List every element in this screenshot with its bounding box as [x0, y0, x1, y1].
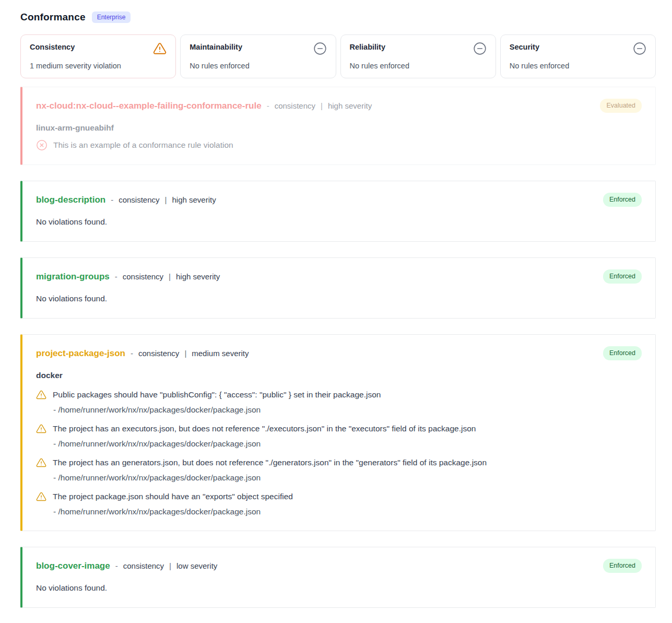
violation-message: Public packages should have "publishConf… — [53, 389, 381, 400]
violation-message: This is an example of a conformance rule… — [53, 140, 233, 150]
dash-separator: - — [267, 101, 269, 110]
rule-severity: high severity — [172, 195, 216, 204]
rule-name-link[interactable]: blog-description — [36, 194, 105, 206]
rule-severity: low severity — [176, 561, 217, 570]
violation-item: Public packages should have "publishConf… — [36, 389, 642, 415]
summary-card-status: No rules enforced — [350, 62, 487, 70]
summary-card-title: Consistency — [30, 43, 75, 51]
status-badge: Enforced — [603, 559, 642, 573]
pipe-separator: | — [165, 195, 167, 204]
pipe-separator: | — [321, 101, 323, 110]
rule-name-link[interactable]: migration-groups — [36, 271, 110, 283]
enterprise-badge: Enterprise — [92, 11, 131, 23]
warning-triangle-icon — [36, 457, 46, 468]
violation-path: - /home/runner/work/nx/nx/packages/docke… — [53, 438, 642, 449]
circle-x-icon — [36, 139, 48, 151]
dash-separator: - — [131, 349, 133, 358]
warning-triangle-icon — [36, 390, 46, 400]
no-violations-text: No violations found. — [36, 582, 642, 594]
violation-message: The project has an generators.json, but … — [53, 457, 487, 468]
rule-severity: medium severity — [192, 349, 249, 358]
violation-item: The project has an executors.json, but d… — [36, 423, 642, 449]
circle-minus-icon — [633, 42, 646, 55]
circle-minus-icon — [473, 42, 487, 55]
rule-card-project-package-json: project-package-json - consistency | med… — [20, 334, 656, 531]
violation-item: The project has an generators.json, but … — [36, 457, 642, 483]
project-name: docker — [36, 370, 642, 381]
summary-card-status: 1 medium severity violation — [30, 62, 167, 70]
summary-card-title: Security — [510, 43, 539, 51]
rule-card-blog-description: blog-description - consistency | high se… — [20, 181, 656, 242]
rule-category: consistency — [275, 101, 315, 110]
summary-card-consistency: Consistency 1 medium severity violation — [20, 34, 176, 78]
summary-card-title: Reliability — [350, 43, 386, 51]
rule-category: consistency — [138, 349, 179, 358]
page-header: Conformance Enterprise — [20, 11, 656, 23]
summary-card-status: No rules enforced — [510, 62, 646, 70]
rule-name-link[interactable]: nx-cloud:nx-cloud--example-failing-confo… — [36, 100, 262, 112]
summary-card-title: Maintainability — [190, 43, 242, 51]
summary-card-status: No rules enforced — [190, 62, 326, 70]
rule-card-example-failing: nx-cloud:nx-cloud--example-failing-confo… — [20, 87, 656, 165]
rule-card-blog-cover-image: blog-cover-image - consistency | low sev… — [20, 547, 656, 608]
rule-name-link[interactable]: project-package-json — [36, 347, 125, 360]
violation-message: The project package.json should have an … — [53, 491, 293, 502]
pipe-separator: | — [184, 349, 186, 358]
violation-message: The project has an executors.json, but d… — [53, 423, 476, 434]
pipe-separator: | — [169, 561, 171, 570]
rule-card-migration-groups: migration-groups - consistency | high se… — [20, 257, 656, 319]
violation-path: - /home/runner/work/nx/nx/packages/docke… — [53, 506, 642, 517]
violation-item: The project package.json should have an … — [36, 491, 642, 517]
no-violations-text: No violations found. — [36, 216, 642, 228]
status-badge: Evaluated — [600, 99, 642, 113]
violation-path: - /home/runner/work/nx/nx/packages/docke… — [53, 404, 642, 415]
status-badge: Enforced — [603, 193, 642, 207]
summary-card-security: Security No rules enforced — [500, 34, 656, 78]
conformance-page: Conformance Enterprise Consistency 1 med… — [0, 0, 672, 623]
status-badge: Enforced — [603, 269, 642, 284]
rule-category: consistency — [123, 561, 164, 570]
rule-category: consistency — [123, 272, 163, 281]
project-name: linux-arm-gnueabihf — [36, 122, 642, 134]
dash-separator: - — [115, 561, 118, 570]
summary-cards-row: Consistency 1 medium severity violation … — [20, 34, 656, 78]
rule-severity: high severity — [328, 101, 372, 110]
violation-path: - /home/runner/work/nx/nx/packages/docke… — [53, 472, 642, 483]
status-badge: Enforced — [603, 346, 642, 360]
summary-card-maintainability: Maintainability No rules enforced — [180, 34, 336, 78]
warning-triangle-icon — [36, 424, 46, 434]
warning-triangle-icon — [153, 42, 167, 55]
dash-separator: - — [115, 272, 117, 281]
rule-name-link[interactable]: blog-cover-image — [36, 560, 110, 572]
no-violations-text: No violations found. — [36, 293, 642, 304]
circle-minus-icon — [313, 42, 327, 55]
warning-triangle-icon — [36, 491, 46, 502]
rule-severity: high severity — [176, 272, 220, 281]
page-title: Conformance — [20, 11, 86, 23]
rule-category: consistency — [119, 195, 159, 204]
dash-separator: - — [111, 195, 113, 204]
summary-card-reliability: Reliability No rules enforced — [340, 34, 496, 78]
pipe-separator: | — [169, 272, 171, 281]
